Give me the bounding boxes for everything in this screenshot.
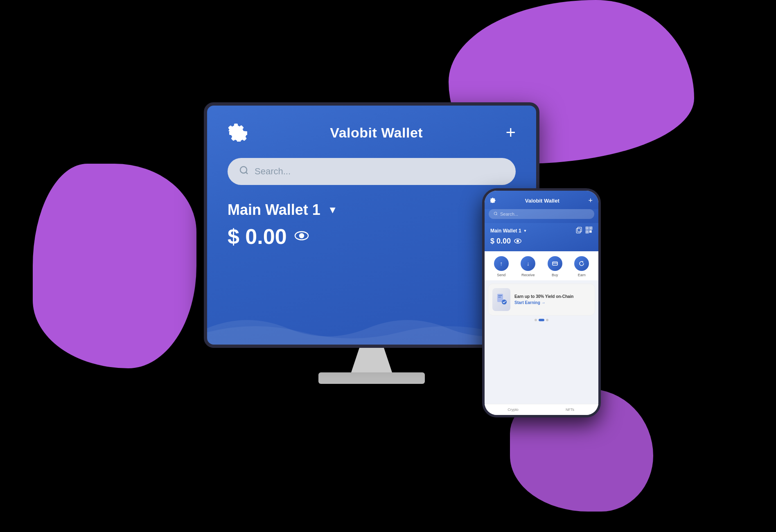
phone-send-label: Send <box>497 273 505 277</box>
desktop-header: Valobit Wallet + <box>228 122 516 143</box>
svg-rect-14 <box>591 228 591 229</box>
phone-tab-crypto[interactable]: Crypto <box>485 408 541 412</box>
phone-balance-row: $ 0.00 <box>490 237 593 246</box>
phone-dot-1[interactable] <box>535 319 537 321</box>
phone-action-earn[interactable]: Earn <box>568 256 596 277</box>
phone-earn-label: Earn <box>578 273 586 277</box>
phone-wallet-icons <box>575 226 593 235</box>
main-scene: Valobit Wallet + Search... <box>183 82 593 450</box>
phone-tab-nfts[interactable]: NFTs <box>541 408 598 412</box>
settings-icon[interactable] <box>228 122 247 143</box>
desktop-wallet-name: Main Wallet 1 <box>228 201 320 219</box>
phone-balance: $ 0.00 <box>490 237 511 246</box>
phone-promo-banner[interactable]: Earn up to 30% Yield on-Chain Start Earn… <box>488 284 595 316</box>
desktop-wallet-name-block: Main Wallet 1 ▼ <box>228 201 337 219</box>
phone-qr-icon[interactable] <box>585 226 593 235</box>
phone-receive-label: Receive <box>521 273 535 277</box>
phone-screen: Valobit Wallet + Search... <box>485 191 598 415</box>
svg-line-7 <box>496 214 497 215</box>
phone-header: Valobit Wallet + <box>485 191 598 209</box>
desktop-search-placeholder: Search... <box>255 166 291 177</box>
phone-carousel-dots <box>485 316 598 323</box>
phone-copy-icon[interactable] <box>575 226 583 235</box>
svg-rect-21 <box>498 295 502 296</box>
svg-point-0 <box>240 167 247 173</box>
svg-point-17 <box>517 240 519 242</box>
desktop-add-button[interactable]: + <box>505 124 516 141</box>
svg-rect-13 <box>587 228 588 229</box>
phone-action-buy[interactable]: Buy <box>541 256 568 277</box>
phone-wallet-title: Valobit Wallet <box>525 198 559 204</box>
phone-wallet-name-block: Main Wallet 1 ▼ <box>490 228 527 234</box>
phone-eye-icon[interactable] <box>514 238 521 245</box>
phone-promo-illustration <box>492 288 510 311</box>
svg-rect-8 <box>576 228 580 233</box>
phone-search-icon <box>494 212 498 216</box>
phone-receive-icon: ↓ <box>521 256 535 271</box>
phone-buy-label: Buy <box>552 273 558 277</box>
desktop-wallet-info: Main Wallet 1 ▼ <box>228 201 516 219</box>
phone-dot-2[interactable] <box>539 319 544 321</box>
svg-point-5 <box>300 234 304 238</box>
blob-purple-left <box>33 164 196 368</box>
phone-search-section: Search... <box>485 209 598 223</box>
phone-promo-text: Earn up to 30% Yield on-Chain Start Earn… <box>514 294 591 305</box>
phone-bottom-tabs: Crypto NFTs <box>485 404 598 415</box>
phone-wallet-name: Main Wallet 1 <box>490 228 521 234</box>
phone-wallet-chevron[interactable]: ▼ <box>523 229 527 233</box>
phone-settings-icon[interactable] <box>490 197 496 204</box>
desktop-wallet-chevron[interactable]: ▼ <box>328 204 338 216</box>
monitor-stand-base <box>318 372 425 384</box>
phone-promo-title: Earn up to 30% Yield on-Chain <box>514 294 591 299</box>
phone-wallet-row: Main Wallet 1 ▼ <box>490 226 593 235</box>
phone-search-bar[interactable]: Search... <box>489 209 594 219</box>
svg-point-6 <box>494 212 497 215</box>
svg-rect-22 <box>498 297 501 298</box>
desktop-balance: $ 0.00 <box>228 224 287 249</box>
desktop-wallet-title: Valobit Wallet <box>330 125 423 141</box>
phone-wallet-section: Main Wallet 1 ▼ <box>485 223 598 251</box>
phone-dot-3[interactable] <box>546 319 548 321</box>
svg-rect-18 <box>553 262 557 265</box>
desktop-search-bar[interactable]: Search... <box>228 158 516 185</box>
phone-action-receive[interactable]: ↓ Receive <box>515 256 542 277</box>
monitor-stand-neck <box>351 348 392 372</box>
svg-rect-15 <box>587 232 588 232</box>
phone-actions: ↑ Send ↓ Receive Buy <box>485 251 598 280</box>
svg-line-1 <box>246 172 248 174</box>
phone-promo-cta[interactable]: Start Earning → <box>514 300 591 305</box>
phone-buy-icon <box>548 256 562 271</box>
phone-add-button[interactable]: + <box>588 196 593 205</box>
phone-search-placeholder: Search... <box>500 212 518 216</box>
desktop-search-icon <box>239 165 249 178</box>
phone-action-send[interactable]: ↑ Send <box>488 256 515 277</box>
phone-earn-icon <box>574 256 589 271</box>
desktop-balance-row: $ 0.00 <box>228 224 516 249</box>
desktop-eye-icon[interactable] <box>294 230 309 243</box>
phone-wrapper: Valobit Wallet + Search... <box>482 188 601 417</box>
phone-send-icon: ↑ <box>494 256 509 271</box>
svg-rect-9 <box>577 227 582 232</box>
